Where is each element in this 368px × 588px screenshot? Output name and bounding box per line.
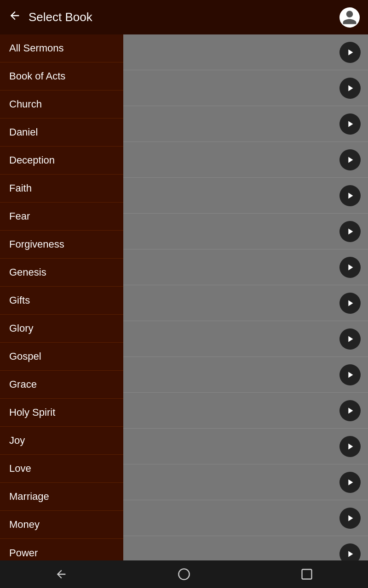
play-button[interactable] [339, 257, 361, 278]
drawer-item-label-gospel: Gospel [9, 351, 41, 362]
drawer-item-label-deception: Deception [9, 154, 55, 166]
page-title: Select Book [29, 10, 339, 24]
play-button[interactable] [339, 293, 361, 314]
drawer-item-grace[interactable]: Grace [0, 371, 123, 399]
drawer-item-all-sermons[interactable]: All Sermons [0, 34, 123, 62]
back-button[interactable] [8, 9, 21, 25]
play-button[interactable] [339, 42, 361, 63]
drawer-item-label-gifts: Gifts [9, 294, 30, 306]
play-button[interactable] [339, 113, 361, 135]
drawer-item-deception[interactable]: Deception [0, 147, 123, 175]
play-button[interactable] [339, 328, 361, 350]
drawer-item-church[interactable]: Church [0, 90, 123, 119]
drawer-item-label-daniel: Daniel [9, 126, 38, 138]
drawer-item-label-all-sermons: All Sermons [9, 42, 64, 54]
play-button[interactable] [339, 400, 361, 421]
drawer-item-money[interactable]: Money [0, 511, 123, 539]
drawer-item-label-genesis: Genesis [9, 266, 46, 278]
drawer: All SermonsBook of ActsChurchDanielDecep… [0, 34, 123, 560]
drawer-item-label-fear: Fear [9, 210, 30, 222]
bottom-nav [0, 560, 368, 588]
drawer-item-label-forgiveness: Forgiveness [9, 238, 64, 250]
drawer-item-love[interactable]: Love [0, 455, 123, 483]
drawer-item-daniel[interactable]: Daniel [0, 119, 123, 147]
play-button[interactable] [339, 472, 361, 493]
play-button[interactable] [339, 185, 361, 206]
drawer-item-faith[interactable]: Faith [0, 175, 123, 203]
drawer-item-fear[interactable]: Fear [0, 203, 123, 231]
play-button[interactable] [339, 221, 361, 242]
drawer-item-marriage[interactable]: Marriage [0, 483, 123, 511]
drawer-item-label-faith: Faith [9, 182, 32, 194]
drawer-item-glory[interactable]: Glory [0, 315, 123, 343]
drawer-item-label-holy-spirit: Holy Spirit [9, 407, 55, 418]
drawer-item-forgiveness[interactable]: Forgiveness [0, 231, 123, 259]
drawer-item-gifts[interactable]: Gifts [0, 287, 123, 315]
drawer-item-power[interactable]: Power [0, 539, 123, 560]
play-button[interactable] [339, 364, 361, 385]
drawer-item-label-marriage: Marriage [9, 491, 49, 503]
drawer-item-label-grace: Grace [9, 379, 37, 390]
drawer-item-joy[interactable]: Joy [0, 427, 123, 455]
drawer-item-gospel[interactable]: Gospel [0, 343, 123, 371]
drawer-item-genesis[interactable]: Genesis [0, 259, 123, 287]
top-bar: Select Book [0, 0, 368, 34]
play-button[interactable] [339, 436, 361, 457]
play-button[interactable] [339, 78, 361, 99]
drawer-item-label-joy: Joy [9, 435, 25, 447]
play-button[interactable] [339, 508, 361, 529]
square-nav-button[interactable] [291, 563, 323, 586]
svg-point-0 [178, 569, 189, 579]
drawer-item-label-money: Money [9, 519, 40, 531]
play-button[interactable] [339, 149, 361, 170]
home-nav-button[interactable] [168, 563, 200, 586]
drawer-item-label-church: Church [9, 98, 42, 110]
user-avatar[interactable] [339, 7, 360, 28]
play-button[interactable] [339, 543, 361, 561]
drawer-item-label-love: Love [9, 463, 31, 475]
drawer-item-label-power: Power [9, 547, 38, 559]
back-nav-button[interactable] [45, 563, 77, 586]
drawer-item-label-book-of-acts: Book of Acts [9, 70, 65, 82]
svg-rect-1 [302, 570, 311, 579]
drawer-item-label-glory: Glory [9, 322, 34, 334]
drawer-item-holy-spirit[interactable]: Holy Spirit [0, 399, 123, 427]
drawer-item-book-of-acts[interactable]: Book of Acts [0, 62, 123, 90]
